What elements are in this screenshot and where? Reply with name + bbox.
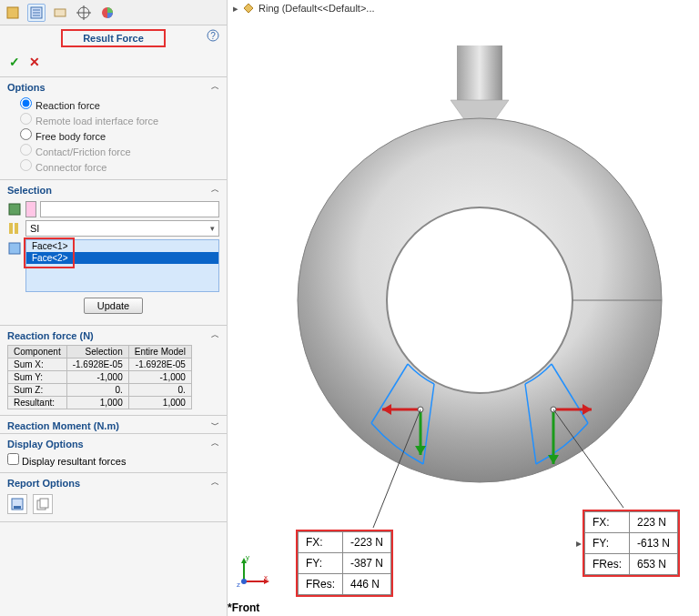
graphics-viewport[interactable]: ▸ Ring (Default<<Default>... (228, 0, 699, 616)
breadcrumb[interactable]: ▸ Ring (Default<<Default>... (233, 2, 375, 15)
face-selection-list[interactable]: Face<1> Face<2> (25, 239, 219, 292)
face-select-icon (7, 241, 22, 256)
svg-rect-13 (9, 223, 13, 234)
options-header[interactable]: Options ︿ (0, 77, 227, 95)
property-panel: Result Force ? ✓ ✕ Options ︿ Reaction fo… (0, 0, 228, 616)
display-options-header[interactable]: Display Options ︿ (0, 434, 227, 451)
reaction-moment-label: Reaction Moment (N.m) (7, 420, 119, 431)
svg-text:y: y (246, 553, 249, 561)
svg-rect-5 (55, 9, 66, 16)
svg-text:z: z (237, 581, 240, 589)
chevron-up-icon: ︿ (211, 477, 219, 489)
svg-point-55 (241, 579, 247, 584)
help-icon[interactable]: ? (207, 29, 219, 44)
study-icon (7, 202, 22, 217)
opt-connector: Connector force (20, 158, 219, 174)
chevron-down-icon: ▾ (210, 224, 215, 233)
reaction-moment-header[interactable]: Reaction Moment (N.m) ﹀ (0, 416, 227, 433)
svg-point-22 (387, 207, 572, 393)
svg-rect-15 (9, 243, 20, 254)
display-options-label: Display Options (7, 439, 84, 449)
save-report-icon[interactable] (7, 494, 27, 514)
units-value: SI (30, 223, 39, 234)
model-ring (264, 45, 683, 528)
display-resultant-checkbox[interactable]: Display resultant forces (7, 456, 126, 467)
view-orientation-label: *Front (228, 601, 259, 614)
svg-rect-20 (457, 45, 502, 105)
units-dropdown[interactable]: SI ▾ (25, 220, 219, 237)
selection-label: Selection (7, 185, 52, 196)
svg-text:x: x (264, 573, 268, 581)
selection-header[interactable]: Selection ︿ (0, 180, 227, 197)
col-selection: Selection (66, 346, 128, 358)
tab-feature-icon[interactable] (4, 4, 22, 22)
opt-contact-friction: Contact/Friction force (20, 143, 219, 158)
force-callout-left: FX:-223 N FY:-387 N FRes:446 N (296, 530, 393, 597)
panel-tab-strip (0, 0, 227, 25)
expand-icon[interactable]: ▸ (233, 3, 238, 15)
part-icon (242, 2, 255, 15)
force-callout-right: FX:223 N ▸FY:-613 N FRes:653 N (582, 510, 680, 577)
col-entire-model: Entire Model (128, 346, 191, 358)
reaction-force-label: Reaction force (N) (7, 330, 94, 341)
chevron-up-icon: ︿ (211, 438, 219, 449)
chevron-up-icon: ︿ (211, 329, 219, 341)
opt-reaction-force[interactable]: Reaction force (20, 96, 219, 112)
report-options-label: Report Options (7, 478, 80, 489)
copy-report-icon[interactable] (33, 494, 53, 514)
tab-target-icon[interactable] (75, 4, 93, 22)
svg-rect-19 (40, 499, 48, 508)
cancel-button[interactable]: ✕ (29, 55, 40, 69)
tab-property-icon[interactable] (27, 4, 46, 22)
panel-title: Result Force (61, 29, 166, 47)
opt-free-body[interactable]: Free body force (20, 127, 219, 143)
col-component: Component (8, 346, 67, 358)
update-button[interactable]: Update (84, 298, 143, 314)
breadcrumb-text: Ring (Default<<Default>... (258, 3, 375, 14)
svg-text:?: ? (210, 31, 216, 41)
color-swatch[interactable] (25, 201, 36, 217)
face-item[interactable]: Face<2> (26, 252, 218, 264)
options-label: Options (7, 82, 46, 93)
reaction-force-header[interactable]: Reaction force (N) ︿ (0, 326, 227, 343)
opt-remote-load: Remote load interface force (20, 112, 219, 127)
face-item[interactable]: Face<1> (26, 240, 218, 252)
svg-rect-12 (9, 204, 20, 215)
svg-rect-0 (7, 7, 18, 18)
report-options-header[interactable]: Report Options ︿ (0, 473, 227, 490)
reaction-force-table: Component Selection Entire Model Sum X:-… (7, 345, 192, 409)
study-select[interactable] (40, 201, 219, 217)
tab-appearance-icon[interactable] (98, 4, 116, 22)
chevron-down-icon: ﹀ (211, 419, 219, 431)
svg-rect-17 (14, 506, 21, 509)
ok-button[interactable]: ✓ (9, 55, 20, 69)
tab-config-icon[interactable] (51, 4, 69, 22)
svg-rect-14 (15, 223, 18, 234)
view-triad: y x z (237, 552, 273, 589)
chevron-up-icon: ︿ (211, 81, 219, 93)
units-icon (7, 221, 22, 236)
chevron-up-icon: ︿ (211, 184, 219, 196)
